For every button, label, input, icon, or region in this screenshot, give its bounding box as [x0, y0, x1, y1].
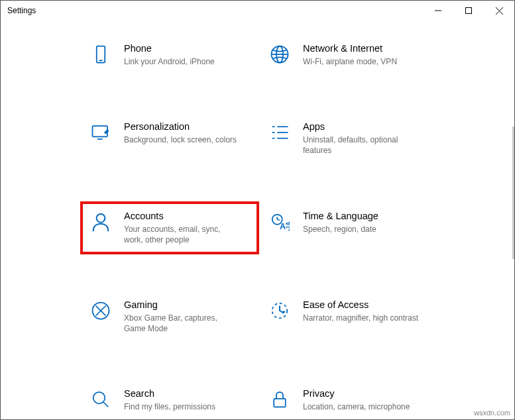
category-desc: Background, lock screen, colors [124, 134, 237, 145]
ease-of-access-icon [268, 299, 291, 322]
apps-icon [268, 121, 291, 144]
settings-categories: Phone Link your Android, iPhone Network … [1, 21, 514, 420]
category-title: Accounts [124, 211, 240, 221]
category-phone[interactable]: Phone Link your Android, iPhone [80, 34, 259, 76]
globe-icon [268, 43, 291, 66]
category-desc: Link your Android, iPhone [124, 56, 215, 67]
lock-icon [268, 388, 291, 411]
window-controls [423, 1, 514, 21]
category-gaming[interactable]: Gaming Xbox Game Bar, captures, Game Mod… [80, 290, 259, 343]
svg-text:A字: A字 [280, 221, 290, 231]
scrollbar[interactable] [512, 127, 514, 411]
category-title: Apps [303, 121, 419, 132]
category-title: Privacy [303, 388, 410, 399]
svg-line-26 [103, 402, 109, 407]
category-search[interactable]: Search Find my files, permissions [80, 379, 259, 420]
titlebar: Settings [1, 1, 514, 21]
category-title: Personalization [124, 121, 237, 132]
category-network[interactable]: Network & Internet Wi-Fi, airplane mode,… [259, 34, 438, 76]
watermark: wsxdn.com [474, 409, 510, 417]
category-personalization[interactable]: Personalization Background, lock screen,… [80, 112, 259, 165]
search-icon [89, 388, 112, 411]
maximize-button[interactable] [453, 1, 484, 21]
category-desc: Find my files, permissions [124, 401, 215, 412]
phone-icon [89, 43, 112, 66]
category-apps[interactable]: Apps Uninstall, defaults, optional featu… [259, 112, 438, 165]
scrollbar-thumb[interactable] [512, 127, 514, 259]
category-desc: Xbox Game Bar, captures, Game Mode [124, 313, 240, 334]
category-desc: Wi-Fi, airplane mode, VPN [303, 56, 397, 67]
window-title: Settings [7, 6, 36, 15]
personalization-icon [89, 121, 112, 144]
time-language-icon: A字 [268, 211, 291, 233]
svg-point-25 [93, 392, 105, 404]
category-accounts[interactable]: Accounts Your accounts, email, sync, wor… [80, 201, 259, 254]
svg-rect-1 [466, 8, 472, 14]
person-icon [89, 211, 112, 233]
category-title: Ease of Access [303, 299, 418, 310]
category-desc: Uninstall, defaults, optional features [303, 134, 419, 156]
svg-rect-9 [93, 126, 108, 136]
category-privacy[interactable]: Privacy Location, camera, microphone [259, 379, 438, 420]
minimize-button[interactable] [423, 1, 453, 21]
category-title: Phone [124, 43, 215, 54]
category-title: Gaming [124, 299, 240, 310]
category-title: Time & Language [303, 211, 378, 221]
svg-rect-27 [274, 399, 286, 407]
category-desc: Location, camera, microphone [303, 401, 410, 412]
category-title: Search [124, 388, 215, 399]
svg-point-17 [97, 214, 105, 223]
category-time-language[interactable]: A字 Time & Language Speech, region, date [259, 201, 438, 254]
category-ease-of-access[interactable]: Ease of Access Narrator, magnifier, high… [259, 290, 438, 343]
category-desc: Speech, region, date [303, 224, 378, 235]
svg-line-20 [277, 219, 280, 220]
category-desc: Narrator, magnifier, high contrast [303, 313, 418, 323]
xbox-icon [89, 299, 112, 322]
category-desc: Your accounts, email, sync, work, other … [124, 224, 240, 245]
close-button[interactable] [484, 1, 514, 21]
category-title: Network & Internet [303, 43, 397, 54]
